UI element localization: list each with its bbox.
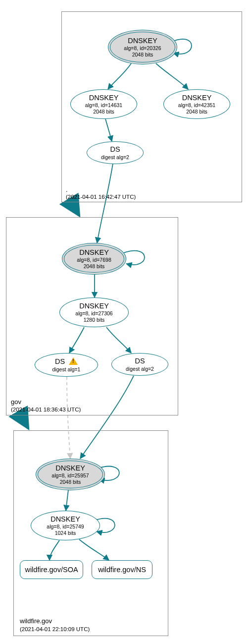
zone-gov-label: gov	[11, 398, 21, 406]
node-sub1: alg=8, id=20326	[124, 45, 161, 52]
node-sub2: 2048 bits	[186, 109, 207, 115]
node-title: DNSKEY	[79, 248, 109, 257]
wildfire-zsk-dnskey: DNSKEY alg=8, id=25749 1024 bits	[31, 511, 100, 540]
zone-root-timestamp: (2021-04-01 16:42:47 UTC)	[66, 194, 136, 200]
node-title: DNSKEY	[55, 464, 85, 472]
node-title: DNSKEY	[50, 515, 80, 524]
zone-root-label: .	[66, 186, 68, 193]
node-sub1: digest alg=2	[101, 154, 129, 161]
node-title: DS	[110, 145, 120, 154]
root-zsk1-dnskey: DNSKEY alg=8, id=14631 2048 bits	[70, 89, 137, 119]
node-sub1: alg=8, id=27306	[75, 310, 112, 317]
zone-wildfire-label: wildfire.gov	[20, 617, 52, 625]
gov-ds2: DS digest alg=2	[111, 353, 168, 376]
node-sub2: 2048 bits	[132, 52, 153, 58]
zone-wildfire-timestamp: (2021-04-01 22:10:09 UTC)	[20, 626, 90, 632]
warning-icon	[69, 357, 78, 365]
ds1-title-text: DS	[55, 357, 65, 365]
node-sub1: alg=8, id=7698	[77, 257, 111, 263]
wildfire-soa-record: wildfire.gov/SOA	[20, 560, 83, 579]
node-sub1: alg=8, id=25957	[51, 472, 89, 479]
node-sub2: 2048 bits	[93, 109, 114, 115]
node-sub1: alg=8, id=42351	[178, 102, 215, 109]
node-sub2: 1280 bits	[84, 317, 105, 323]
ns-label: wildfire.gov/NS	[98, 566, 146, 574]
gov-ksk-dnskey: DNSKEY alg=8, id=7698 2048 bits	[62, 243, 126, 275]
gov-zsk-dnskey: DNSKEY alg=8, id=27306 1280 bits	[59, 297, 129, 327]
node-sub2: 1024 bits	[55, 530, 76, 536]
node-title: DNSKEY	[128, 36, 157, 45]
soa-label: wildfire.gov/SOA	[25, 566, 78, 574]
node-sub1: digest alg=1	[52, 366, 81, 373]
node-title: DNSKEY	[182, 93, 212, 102]
node-title: DNSKEY	[79, 301, 109, 310]
root-zsk2-dnskey: DNSKEY alg=8, id=42351 2048 bits	[163, 89, 230, 119]
node-title: DNSKEY	[89, 93, 119, 102]
node-sub1: digest alg=2	[126, 366, 154, 372]
zone-gov-timestamp: (2021-04-01 18:36:43 UTC)	[11, 407, 81, 412]
node-sub2: 2048 bits	[84, 263, 105, 270]
node-title: DS	[55, 357, 78, 366]
gov-ds1-warning: DS digest alg=1	[35, 353, 98, 377]
wildfire-ns-record: wildfire.gov/NS	[92, 560, 152, 579]
node-sub2: 2048 bits	[60, 479, 81, 485]
node-sub1: alg=8, id=25749	[47, 524, 84, 530]
node-sub1: alg=8, id=14631	[85, 102, 122, 109]
node-title: DS	[135, 356, 145, 365]
wildfire-ksk-dnskey: DNSKEY alg=8, id=25957 2048 bits	[36, 459, 105, 490]
root-ksk-dnskey: DNSKEY alg=8, id=20326 2048 bits	[108, 30, 177, 64]
root-ds: DS digest alg=2	[87, 141, 144, 164]
